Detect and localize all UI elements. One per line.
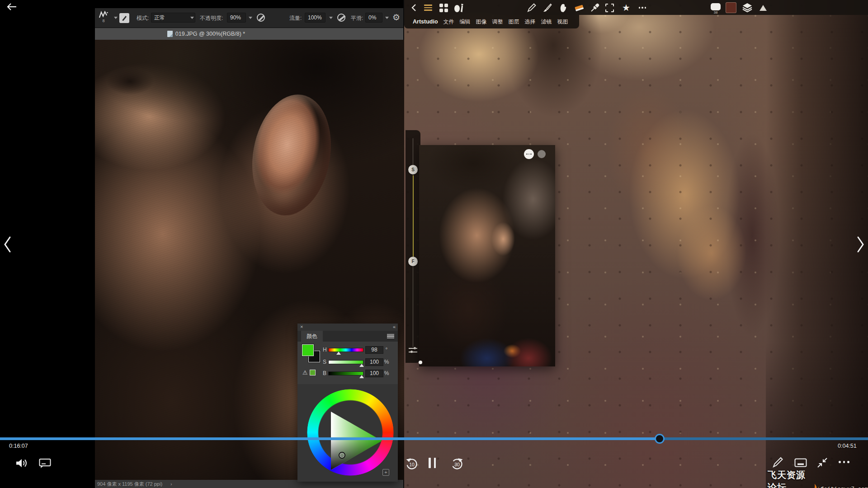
- back-button-player[interactable]: [6, 3, 17, 11]
- menu-view[interactable]: 视图: [557, 18, 568, 26]
- hue-slider[interactable]: [328, 348, 363, 352]
- color-panel-tabs: 颜色: [297, 331, 398, 342]
- more-dots-icon: [839, 461, 849, 463]
- panel-menu-icon[interactable]: [387, 334, 394, 338]
- add-swatch-icon[interactable]: +: [382, 469, 389, 476]
- current-color-button[interactable]: [725, 2, 737, 14]
- opacity-caret-icon[interactable]: [249, 17, 252, 19]
- tool-eraser-active[interactable]: [573, 2, 585, 14]
- saturation-value-box[interactable]: 100: [365, 358, 383, 366]
- menu-adjust[interactable]: 调整: [492, 18, 503, 26]
- reference-resize-handle[interactable]: [419, 361, 422, 364]
- current-color-swatch: [726, 2, 736, 13]
- airbrush-icon[interactable]: [336, 12, 347, 23]
- volume-button[interactable]: [15, 457, 28, 469]
- opacity-pressure-icon[interactable]: [256, 12, 267, 23]
- keyboard-button[interactable]: [794, 458, 807, 467]
- back-arrow-icon: [6, 3, 17, 11]
- subtitles-button[interactable]: [39, 458, 51, 469]
- hue-wheel-selector[interactable]: [339, 452, 345, 459]
- tool-more[interactable]: [637, 2, 648, 14]
- brush-panel-icon: [121, 15, 127, 21]
- reference-image-panel[interactable]: [419, 145, 555, 366]
- ps-options-bar: 8 模式: 正常 不透明度: 90% 流量: 100% 平滑:: [95, 8, 403, 28]
- previous-video-button[interactable]: [3, 236, 13, 255]
- gamut-warning: ⚠: [302, 369, 316, 376]
- brightness-slider[interactable]: [328, 371, 363, 375]
- menu-image[interactable]: 图像: [476, 18, 487, 26]
- exit-fullscreen-button[interactable]: [816, 457, 828, 469]
- tool-pencil[interactable]: [526, 2, 538, 14]
- artstudio-toolbar: ★ 38: [404, 0, 868, 15]
- layers-icon: [742, 2, 753, 13]
- mode-dropdown[interactable]: 正常: [151, 13, 195, 23]
- grid-icon: [439, 4, 448, 12]
- flow-value-box[interactable]: 100%: [305, 13, 326, 23]
- brush-preview-button[interactable]: 38: [710, 1, 722, 13]
- flow-caret-icon[interactable]: [329, 17, 333, 19]
- opacity-value-box[interactable]: 90%: [227, 13, 246, 23]
- edit-button[interactable]: [772, 456, 784, 468]
- gamut-swatch[interactable]: [310, 370, 316, 375]
- next-video-button[interactable]: [855, 236, 865, 255]
- tool-eyedropper[interactable]: [589, 2, 601, 14]
- menu-select[interactable]: 选择: [525, 18, 536, 26]
- saturation-slider[interactable]: [328, 360, 363, 364]
- expand-button[interactable]: [757, 2, 769, 14]
- keyboard-icon: [794, 458, 807, 467]
- color-panel-header: × «: [297, 324, 398, 331]
- more-options-button[interactable]: [839, 461, 849, 463]
- rewind-10-button[interactable]: 10: [405, 457, 419, 470]
- progress-played: [0, 437, 660, 440]
- close-icon[interactable]: ×: [300, 324, 303, 329]
- tab-color[interactable]: 颜色: [301, 331, 323, 342]
- menu-filter[interactable]: 滤镜: [541, 18, 552, 26]
- menu-file[interactable]: 文件: [443, 18, 454, 26]
- hue-thumb[interactable]: [336, 352, 341, 355]
- tool-favorites[interactable]: ★: [620, 2, 632, 14]
- gallery-button[interactable]: [438, 2, 449, 14]
- collapse-icon[interactable]: «: [393, 324, 395, 329]
- brush-panel-toggle[interactable]: [119, 13, 129, 23]
- status-expand-icon[interactable]: ›: [170, 481, 172, 487]
- saturation-label: S: [323, 359, 328, 365]
- canvas-outside-area: [766, 0, 868, 488]
- video-player: 8 模式: 正常 不透明度: 90% 流量: 100% 平滑:: [0, 0, 868, 488]
- brush-preset-picker[interactable]: 8: [96, 11, 111, 26]
- smoothing-value-box[interactable]: 0%: [365, 13, 382, 23]
- tool-smudge[interactable]: [557, 2, 569, 14]
- mode-value: 正常: [154, 14, 165, 22]
- tool-select[interactable]: [604, 2, 615, 14]
- tool-paintbrush[interactable]: [542, 2, 553, 14]
- ellipsis-icon: [639, 7, 646, 9]
- reference-more-button[interactable]: [524, 149, 534, 159]
- menu-edit[interactable]: 编辑: [460, 18, 471, 26]
- ps-document-tab[interactable]: 019.JPG @ 300%(RGB/8) *: [95, 28, 403, 40]
- saturation-thumb[interactable]: [359, 364, 364, 367]
- foreground-swatch[interactable]: [302, 344, 314, 356]
- gear-icon[interactable]: ⚙: [392, 13, 400, 23]
- smoothing-caret-icon[interactable]: [385, 17, 389, 19]
- menu-artstudio[interactable]: Artstudio: [413, 19, 438, 25]
- artstudio-screen: ★ 38 Artstudio 文件 编辑 图像 调整 图层: [404, 0, 868, 488]
- menu-button[interactable]: [422, 2, 434, 14]
- slider-settings-icon[interactable]: [409, 347, 417, 353]
- preset-caret-icon[interactable]: [114, 17, 118, 19]
- brightness-value-box[interactable]: 100: [365, 370, 383, 377]
- back-button[interactable]: [408, 2, 420, 14]
- reference-secondary-button[interactable]: [538, 150, 546, 158]
- pause-button[interactable]: [429, 458, 436, 468]
- progress-bar[interactable]: [0, 437, 868, 440]
- menu-layer[interactable]: 图层: [509, 18, 519, 26]
- layers-button[interactable]: [741, 2, 753, 14]
- hue-value-box[interactable]: 98: [365, 346, 383, 354]
- status-dimensions: 904 像素 x 1195 像素 (72 ppi): [97, 481, 162, 488]
- brightness-thumb[interactable]: [359, 375, 364, 378]
- forward-30-button[interactable]: 30: [450, 457, 464, 470]
- size-slider-knob[interactable]: S: [408, 165, 418, 174]
- gesture-settings-button[interactable]: [453, 2, 465, 14]
- brush-size-label: 8: [102, 19, 104, 23]
- remaining-time: 0:04:51: [838, 443, 857, 449]
- flow-slider-knob[interactable]: F: [408, 257, 418, 266]
- photo-ear-region: [243, 88, 340, 221]
